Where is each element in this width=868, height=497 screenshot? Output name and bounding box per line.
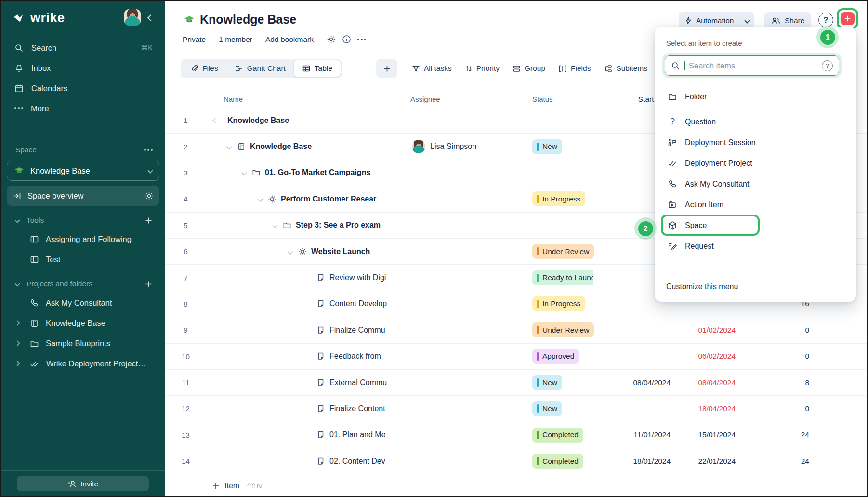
expand-chevron-icon[interactable] xyxy=(241,170,247,175)
sidebar-item-search[interactable]: Search ⌘K xyxy=(1,38,165,58)
filter-all-tasks[interactable]: All tasks xyxy=(412,64,452,73)
sidebar-item-calendars[interactable]: Calendars xyxy=(1,78,165,98)
table-row[interactable]: 13 01. Plan and Me Completed 11/01/2024 … xyxy=(165,422,867,448)
folder-icon xyxy=(30,339,39,348)
menu-title: Select an item to create xyxy=(666,39,742,47)
expand-chevron-icon[interactable] xyxy=(226,144,232,149)
column-status[interactable]: Status xyxy=(528,95,604,103)
add-item-row[interactable]: Item ^⇧N xyxy=(165,475,867,497)
search-icon xyxy=(14,43,24,53)
create-item-button[interactable] xyxy=(841,12,855,25)
status-badge[interactable]: In Progress xyxy=(532,296,585,311)
task-icon xyxy=(316,404,325,413)
sort-priority[interactable]: Priority xyxy=(465,64,500,73)
menu-search-input[interactable]: Search items ? xyxy=(665,55,839,76)
invite-button[interactable]: Invite xyxy=(17,476,149,491)
menu-item-action-item[interactable]: Action Item xyxy=(655,194,856,215)
automation-dropdown-icon[interactable] xyxy=(740,19,754,23)
status-badge[interactable]: Under Review xyxy=(532,322,594,337)
status-badge[interactable]: Completed xyxy=(532,428,583,443)
table-row[interactable]: 12 Finalize Content New 18/04/2024 0 xyxy=(165,396,867,422)
sidebar-item-assigning-and-following[interactable]: Assigning and Following xyxy=(1,229,165,249)
sidebar-item-more[interactable]: More xyxy=(1,98,165,119)
add-project-icon[interactable] xyxy=(145,280,153,288)
table-row[interactable]: 10 Feedback from Approved 06/02/2024 0 xyxy=(165,344,867,370)
privacy-label[interactable]: Private xyxy=(183,35,206,44)
group-icon xyxy=(513,65,521,73)
search-help-icon[interactable]: ? xyxy=(822,60,833,71)
tab-gantt-chart[interactable]: Gantt Chart xyxy=(226,60,294,77)
collapse-sidebar-icon[interactable] xyxy=(148,13,153,22)
status-badge[interactable]: In Progress xyxy=(532,191,585,206)
table-row[interactable]: 11 External Commu New 08/04/2024 08/04/2… xyxy=(165,370,867,396)
members-label[interactable]: 1 member xyxy=(219,35,252,44)
status-badge[interactable]: Under Review xyxy=(532,244,594,259)
sidebar-item-inbox[interactable]: Inbox xyxy=(1,58,165,78)
sidebar-item-wrike-deployment-project[interactable]: Wrike Deployment Project… xyxy=(1,353,165,374)
status-badge[interactable]: New xyxy=(532,375,562,390)
status-badge[interactable]: Ready to Launch xyxy=(532,270,593,285)
menu-item-folder[interactable]: Folder xyxy=(655,86,856,107)
notebook-icon xyxy=(30,319,39,328)
folder-icon xyxy=(252,168,261,177)
add-bookmark-link[interactable]: Add bookmark xyxy=(265,35,314,44)
menu-item-request[interactable]: Request xyxy=(655,236,856,256)
status-badge[interactable]: Approved xyxy=(532,349,579,364)
task-icon xyxy=(316,378,325,387)
group-button[interactable]: Group xyxy=(513,64,545,73)
phone-icon xyxy=(667,179,678,188)
menu-item-deployment-session[interactable]: Deployment Session xyxy=(655,132,856,153)
projects-section-header[interactable]: Projects and folders xyxy=(1,275,165,293)
people-icon xyxy=(771,16,781,25)
project-sun-icon xyxy=(268,195,276,203)
menu-item-question[interactable]: ? Question xyxy=(655,111,856,132)
status-badge[interactable]: New xyxy=(532,139,562,154)
add-tool-icon[interactable] xyxy=(145,216,153,225)
expand-chevron-icon[interactable] xyxy=(257,196,263,201)
menu-item-space[interactable]: Space xyxy=(655,215,856,236)
space-cube-icon xyxy=(667,221,678,230)
fields-button[interactable]: Fields xyxy=(558,64,591,73)
sidebar-item-ask-my-consultant[interactable]: Ask My Consultant xyxy=(1,293,165,313)
tools-section-header[interactable]: Tools xyxy=(1,212,165,229)
sidebar-item-test[interactable]: Test xyxy=(1,249,165,269)
space-selector[interactable]: Knowledge Base xyxy=(7,161,159,181)
expand-chevron-icon[interactable] xyxy=(288,249,293,254)
help-button[interactable]: ? xyxy=(818,13,833,27)
notebook-icon xyxy=(237,142,246,151)
info-icon[interactable] xyxy=(342,35,351,44)
space-menu-icon[interactable] xyxy=(144,149,153,151)
status-badge[interactable]: Completed xyxy=(532,454,583,469)
due-date-overdue: 18/04/2024 xyxy=(671,404,737,413)
sidebar-item-sample-blueprints[interactable]: Sample Blueprints xyxy=(1,333,165,353)
bell-icon xyxy=(14,64,24,73)
collapse-chevron-icon[interactable] xyxy=(212,118,218,123)
customize-menu-link[interactable]: Customize this menu xyxy=(666,277,738,297)
more-actions-icon[interactable] xyxy=(357,39,366,40)
subitems-button[interactable]: Subitems xyxy=(604,64,647,73)
menu-item-ask-my-consultant[interactable]: Ask My Consultant xyxy=(655,174,856,194)
table-row[interactable]: 14 02. Content Dev Completed 18/01/2024 … xyxy=(165,448,867,474)
user-avatar[interactable] xyxy=(124,9,141,26)
search-icon xyxy=(671,61,680,70)
menu-item-deployment-project[interactable]: Deployment Project xyxy=(655,153,856,174)
add-view-button[interactable] xyxy=(376,59,397,78)
column-name[interactable]: Name xyxy=(206,95,396,103)
status-badge[interactable]: New xyxy=(532,401,562,416)
expand-chevron-icon[interactable] xyxy=(272,223,277,228)
pane-icon xyxy=(30,255,39,264)
tab-files[interactable]: Files xyxy=(182,60,226,77)
task-icon xyxy=(316,430,325,439)
table-row[interactable]: 9 Finalize Commu Under Review 01/02/2024… xyxy=(165,317,867,343)
due-date: 22/01/2024 xyxy=(671,457,737,466)
sidebar-item-space-overview[interactable]: Space overview xyxy=(7,186,159,206)
wrike-logo[interactable]: wrike xyxy=(13,11,65,26)
create-item-highlight xyxy=(837,8,858,29)
tab-table[interactable]: Table xyxy=(294,60,341,77)
column-assignee[interactable]: Assignee xyxy=(396,95,528,103)
settings-gear-icon[interactable] xyxy=(327,35,336,44)
folder-icon xyxy=(667,92,678,101)
sidebar-item-knowledge-base[interactable]: Knowledge Base xyxy=(1,313,165,333)
gear-icon[interactable] xyxy=(145,191,154,201)
assignee-avatar[interactable] xyxy=(412,140,425,153)
